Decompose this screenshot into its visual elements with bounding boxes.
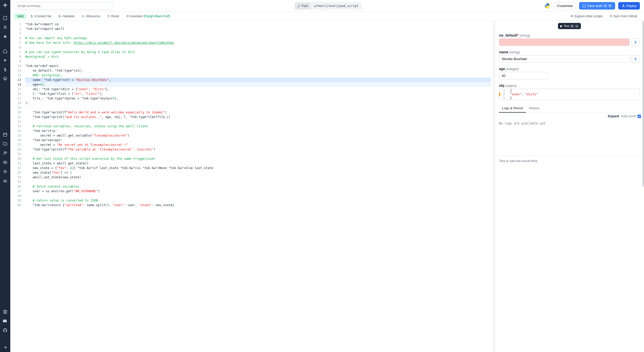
cubes-icon[interactable]	[0, 74, 10, 83]
param-name-input[interactable]	[499, 55, 630, 63]
tab-logs[interactable]: Logs & Result	[499, 104, 526, 113]
svg-rect-5	[3, 133, 7, 136]
reset-label: Reset	[111, 14, 119, 18]
customise-button[interactable]: Customise	[554, 2, 576, 10]
windmill-logo-icon	[2, 2, 8, 8]
kbd-cmd: ⌘	[603, 4, 607, 7]
users-icon[interactable]	[0, 148, 10, 158]
book-icon[interactable]	[0, 307, 10, 316]
svg-point-15	[548, 7, 548, 8]
tab-history[interactable]: History	[526, 104, 543, 113]
eye-icon[interactable]	[0, 158, 10, 167]
summary-input[interactable]	[14, 2, 112, 10]
right-panel: ▶ Test ⌘ ↵ no_default* (string) $ name (…	[495, 21, 644, 352]
svg-point-13	[6, 181, 6, 181]
star-icon[interactable]	[0, 32, 10, 41]
result-tabs: Logs & Result History	[495, 104, 644, 113]
sync-button[interactable]: ⟳ Sync from Github	[607, 13, 640, 19]
code-area[interactable]: "tok-kw">import os"tok-kw">import wmill#…	[23, 21, 493, 352]
param-age-type: (integer)	[506, 67, 519, 71]
context-var-button[interactable]: $ +Context Var	[28, 13, 54, 19]
discord-icon[interactable]	[0, 316, 10, 326]
rocket-icon	[622, 4, 625, 8]
header: Path u/henri/overjoyed_script Customise …	[10, 0, 644, 12]
calendar-icon[interactable]	[0, 130, 10, 139]
reset-button[interactable]: ↻ Reset	[105, 13, 122, 19]
explore-button[interactable]: 👁 Explore other scripts	[568, 13, 605, 19]
resource-button[interactable]: ⊙ +Resource	[79, 13, 103, 19]
scrollbar[interactable]	[642, 21, 644, 187]
toolbar: Valid $ +Context Var $ +Variable ⊙ +Reso…	[10, 12, 644, 21]
svg-point-9	[5, 162, 6, 163]
assistant-label: Assistant	[130, 14, 143, 18]
pencil-icon	[298, 4, 301, 7]
param-no-default-label: no_default	[499, 33, 517, 37]
save-icon	[582, 4, 586, 8]
assistant-button[interactable]: ⟳ Assistant (Pyright Black Ruff)	[124, 13, 173, 19]
test-button[interactable]: ▶ Test ⌘ ↵	[558, 23, 581, 29]
home-icon[interactable]	[0, 46, 10, 56]
param-obj-label: obj	[499, 83, 504, 88]
deploy-label: Deploy	[626, 4, 637, 8]
path-badge[interactable]: Path u/henri/overjoyed_script	[295, 2, 362, 10]
expand-button[interactable]: Expand	[608, 114, 619, 118]
auto-scroll-checkbox[interactable]	[638, 115, 641, 118]
svg-rect-0	[4, 16, 7, 20]
svg-point-7	[4, 152, 5, 153]
param-name-type: (string)	[509, 50, 520, 54]
user-icon[interactable]	[0, 23, 10, 32]
svg-point-10	[5, 171, 6, 172]
svg-point-14	[546, 4, 547, 4]
kbd-s: S	[608, 4, 612, 7]
svg-point-3	[4, 26, 6, 27]
save-draft-label: Save draft	[587, 4, 602, 8]
valid-badge: Valid	[14, 13, 26, 19]
context-var-label: +Context Var	[33, 14, 51, 18]
play-icon[interactable]	[0, 56, 10, 65]
arrow-right-icon[interactable]	[0, 343, 10, 352]
explore-label: Explore other scripts	[574, 14, 603, 18]
github-icon[interactable]	[0, 326, 10, 335]
param-obj-editor[interactable]: 1{2 "even": "dicts"3}	[499, 89, 640, 100]
line-gutter: 1234567891011121314151617181920212223242…	[10, 21, 23, 352]
param-obj-type: (object)	[505, 84, 516, 88]
gear-icon[interactable]	[0, 167, 10, 176]
result-placeholder: Test to see the result here	[495, 156, 644, 166]
robot-icon[interactable]	[0, 176, 10, 186]
sync-label: Sync from Github	[613, 14, 637, 18]
var-picker-button[interactable]: $	[631, 38, 640, 46]
svg-point-8	[6, 152, 7, 153]
param-no-default-input[interactable]	[499, 38, 630, 46]
folder-icon[interactable]	[0, 139, 10, 148]
variable-button[interactable]: $ +Variable	[56, 13, 77, 19]
test-label: Test	[564, 24, 569, 28]
save-draft-button[interactable]: Save draft ⌘ S	[579, 2, 615, 10]
code-editor[interactable]: 1234567891011121314151617181920212223242…	[10, 21, 493, 352]
path-value: u/henri/overjoyed_script	[311, 3, 361, 9]
var-picker-button-2[interactable]: $	[631, 55, 640, 63]
resource-label: +Resource	[85, 14, 100, 18]
kbd-enter: ↵	[575, 24, 579, 28]
dollar-icon[interactable]	[0, 65, 10, 74]
path-label: Path	[302, 4, 308, 8]
param-age-input[interactable]	[499, 72, 548, 79]
param-age-label: age	[499, 67, 505, 71]
variable-label: +Variable	[62, 14, 74, 18]
building-icon[interactable]	[0, 13, 10, 23]
sidebar	[0, 0, 10, 352]
deploy-button[interactable]: Deploy	[618, 2, 640, 10]
auto-scroll-label: Auto scroll	[621, 114, 635, 118]
param-name-label: name	[499, 50, 509, 54]
kbd-cmd2: ⌘	[570, 24, 574, 28]
param-no-default-type: (string)	[520, 33, 530, 37]
python-icon	[544, 3, 550, 9]
logs-body: No logs are available yet	[495, 120, 644, 156]
svg-point-12	[4, 181, 5, 181]
assistant-tools: (Pyright Black Ruff)	[143, 14, 170, 18]
